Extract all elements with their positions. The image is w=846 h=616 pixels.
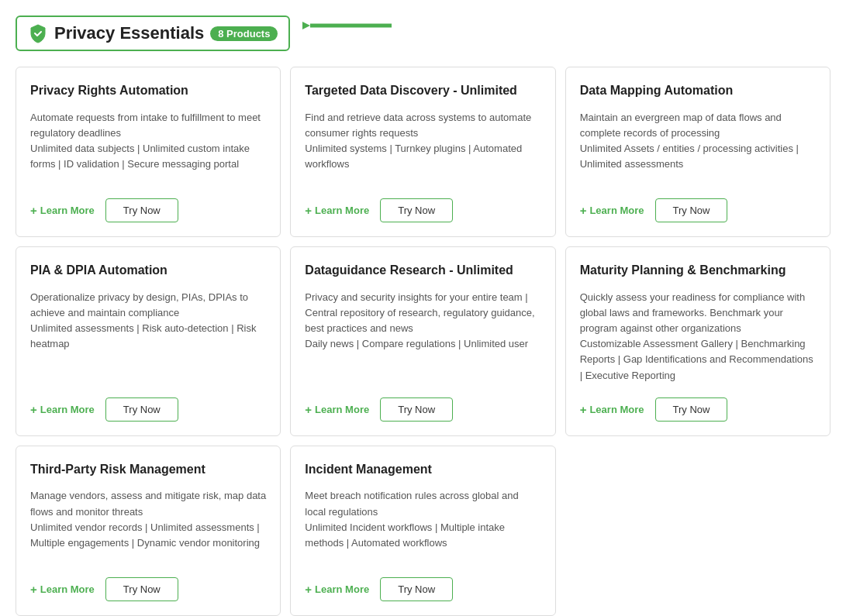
- try-now-button-7[interactable]: Try Now: [105, 577, 178, 601]
- learn-more-link-4[interactable]: Learn More: [30, 403, 95, 416]
- try-now-button-2[interactable]: Try Now: [380, 198, 453, 222]
- card-actions-4: Learn More Try Now: [30, 397, 266, 422]
- product-card-7: Third-Party Risk Management Manage vendo…: [16, 446, 281, 616]
- try-now-button-6[interactable]: Try Now: [655, 397, 728, 422]
- card-actions-2: Learn More Try Now: [305, 198, 540, 222]
- products-grid: Privacy Rights Automation Automate reque…: [16, 67, 830, 616]
- card-actions-7: Learn More Try Now: [30, 577, 266, 601]
- product-card-6: Maturity Planning & Benchmarking Quickly…: [565, 246, 830, 436]
- card-description-1: Automate requests from intake to fulfill…: [30, 110, 266, 184]
- try-now-button-3[interactable]: Try Now: [655, 198, 728, 222]
- card-actions-6: Learn More Try Now: [580, 397, 816, 422]
- badge-title: Privacy Essentials: [54, 23, 204, 43]
- card-title-1: Privacy Rights Automation: [30, 83, 266, 99]
- card-description-6: Quickly assess your readiness for compli…: [580, 290, 816, 384]
- learn-more-link-8[interactable]: Learn More: [305, 583, 369, 596]
- learn-more-link-6[interactable]: Learn More: [580, 403, 644, 416]
- product-card-5: Dataguidance Research - Unlimited Privac…: [290, 246, 555, 436]
- card-title-7: Third-Party Risk Management: [30, 462, 266, 478]
- learn-more-link-3[interactable]: Learn More: [580, 204, 644, 217]
- privacy-badge: Privacy Essentials 8 Products: [16, 15, 290, 51]
- product-card-8: Incident Management Meet breach notifica…: [290, 446, 555, 616]
- learn-more-link-7[interactable]: Learn More: [30, 583, 95, 596]
- card-description-4: Operationalize privacy by design, PIAs, …: [30, 290, 266, 384]
- product-card-1: Privacy Rights Automation Automate reque…: [16, 67, 281, 237]
- try-now-button-1[interactable]: Try Now: [105, 198, 178, 222]
- card-title-2: Targeted Data Discovery - Unlimited: [305, 83, 540, 99]
- card-description-3: Maintain an evergreen map of data flows …: [580, 110, 816, 184]
- learn-more-link-2[interactable]: Learn More: [305, 204, 369, 217]
- product-card-4: PIA & DPIA Automation Operationalize pri…: [16, 246, 281, 436]
- card-description-7: Manage vendors, assess and mitigate risk…: [30, 488, 266, 563]
- card-actions-8: Learn More Try Now: [305, 577, 540, 601]
- product-card-2: Targeted Data Discovery - Unlimited Find…: [290, 67, 555, 237]
- card-actions-3: Learn More Try Now: [580, 198, 816, 222]
- card-description-8: Meet breach notification rules across gl…: [305, 488, 540, 563]
- header-section: Privacy Essentials 8 Products: [16, 15, 830, 51]
- arrow-container: [302, 18, 395, 49]
- try-now-button-5[interactable]: Try Now: [380, 397, 453, 422]
- card-title-3: Data Mapping Automation: [580, 83, 816, 99]
- products-count: 8 Products: [210, 26, 278, 41]
- shield-icon: [28, 23, 48, 43]
- product-card-3: Data Mapping Automation Maintain an ever…: [565, 67, 830, 237]
- card-description-5: Privacy and security insights for your e…: [305, 290, 540, 384]
- card-title-4: PIA & DPIA Automation: [30, 263, 266, 279]
- learn-more-link-5[interactable]: Learn More: [305, 403, 369, 416]
- arrow-icon: [302, 18, 395, 49]
- learn-more-link-1[interactable]: Learn More: [30, 204, 95, 217]
- try-now-button-8[interactable]: Try Now: [380, 577, 453, 601]
- card-actions-5: Learn More Try Now: [305, 397, 540, 422]
- card-title-6: Maturity Planning & Benchmarking: [580, 263, 816, 279]
- card-title-8: Incident Management: [305, 462, 540, 478]
- try-now-button-4[interactable]: Try Now: [105, 397, 178, 422]
- card-description-2: Find and retrieve data across systems to…: [305, 110, 540, 184]
- card-title-5: Dataguidance Research - Unlimited: [305, 263, 540, 279]
- card-actions-1: Learn More Try Now: [30, 198, 266, 222]
